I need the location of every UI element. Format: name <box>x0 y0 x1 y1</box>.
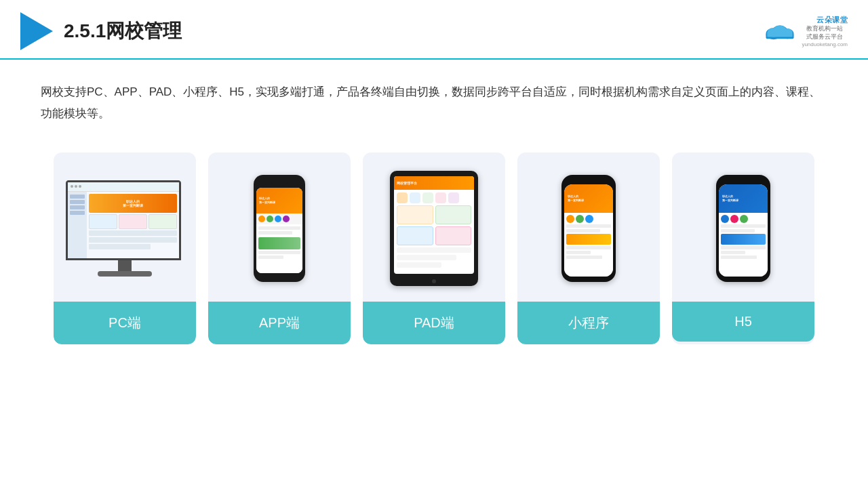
brand-logo-area: 云朵课堂 教育机构一站 式服务云平台 yunduoketang.com <box>761 15 848 47</box>
brand-name: 云朵课堂 <box>802 15 848 25</box>
header-left: 2.5.1网校管理 <box>20 12 182 50</box>
card-app-label: APP端 <box>208 302 351 344</box>
page-title: 2.5.1网校管理 <box>64 18 182 44</box>
cloud-svg-icon <box>761 21 799 41</box>
tablet-mockup: 网校管理平台 <box>390 171 478 286</box>
card-pad-label: PAD端 <box>363 302 505 344</box>
card-h5-label: H5 <box>672 302 814 342</box>
card-miniprogram-image: 职达人的第一堂判断课 <box>517 152 660 302</box>
page-header: 2.5.1网校管理 云朵课堂 教育机构一站 式服务云平台 <box>0 0 868 60</box>
card-pad: 网校管理平台 <box>363 152 505 344</box>
card-miniprogram: 职达人的第一堂判断课 <box>517 152 660 344</box>
device-cards-container: 职达人的第一堂判断课 <box>0 139 868 358</box>
small-phone-miniprogram: 职达人的第一堂判断课 <box>561 175 616 282</box>
brand-icon: 云朵课堂 教育机构一站 式服务云平台 yunduoketang.com <box>761 15 848 47</box>
card-pc-label: PC端 <box>54 302 196 344</box>
card-app-image: 职达人的第一堂判断课 <box>208 152 351 302</box>
small-phone-h5: 职达人的第一堂判断课 <box>716 175 770 282</box>
card-app: 职达人的第一堂判断课 <box>208 152 351 344</box>
card-pad-image: 网校管理平台 <box>363 152 505 302</box>
pc-monitor-mockup: 职达人的第一堂判断课 <box>66 180 184 277</box>
phone-app-mockup: 职达人的第一堂判断课 <box>254 175 305 282</box>
monitor-screen: 职达人的第一堂判断课 <box>66 180 181 260</box>
brand-text-area: 云朵课堂 教育机构一站 式服务云平台 yunduoketang.com <box>802 15 848 47</box>
brand-tagline: 教育机构一站 式服务云平台 <box>802 25 848 41</box>
description-paragraph: 网校支持PC、APP、PAD、小程序、H5，实现多端打通，产品各终端自由切换，数… <box>41 81 827 125</box>
card-miniprogram-label: 小程序 <box>517 302 660 344</box>
brand-url: yunduoketang.com <box>802 41 848 47</box>
description-text: 网校支持PC、APP、PAD、小程序、H5，实现多端打通，产品各终端自由切换，数… <box>0 60 868 139</box>
card-h5: 职达人的第一堂判断课 <box>672 152 814 344</box>
card-pc: 职达人的第一堂判断课 <box>54 152 196 344</box>
card-h5-image: 职达人的第一堂判断课 <box>672 152 814 302</box>
svg-rect-7 <box>768 33 793 37</box>
logo-icon <box>20 12 53 50</box>
card-pc-image: 职达人的第一堂判断课 <box>54 152 196 302</box>
